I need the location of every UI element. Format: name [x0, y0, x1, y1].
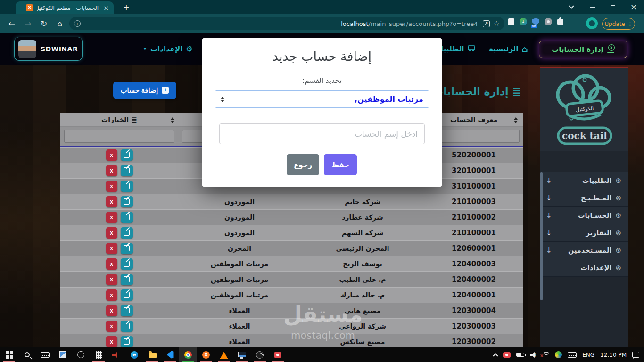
taskbar-chrome-icon[interactable] — [179, 347, 197, 362]
delete-button[interactable]: x — [106, 243, 117, 254]
account-name-cell: شركة عطارد — [301, 210, 424, 225]
browser-profile-avatar[interactable] — [586, 17, 598, 29]
pencil-icon — [124, 152, 130, 158]
back-button[interactable]: رجوع — [287, 154, 319, 175]
taskbar-explorer-icon[interactable] — [143, 347, 161, 362]
nav-item-settings[interactable]: ⚙ الإعدادات ▾ — [144, 33, 193, 65]
edit-button[interactable] — [121, 289, 133, 301]
sidebar-scrollbar[interactable] — [540, 172, 543, 300]
restore-button[interactable] — [603, 0, 623, 14]
home-icon[interactable]: ⌂ — [53, 19, 67, 28]
edit-button[interactable] — [121, 274, 133, 285]
screenshot-extension-icon[interactable] — [545, 18, 552, 25]
volume-icon[interactable] — [530, 351, 538, 359]
sidebar-item[interactable]: ⊛المسـتخدمين↓ — [540, 242, 628, 259]
back-icon[interactable]: ← — [5, 19, 19, 28]
touch-keyboard-icon[interactable] — [568, 352, 577, 358]
edit-button[interactable] — [121, 149, 133, 161]
edit-button[interactable] — [121, 336, 133, 347]
share-icon[interactable]: ↗ — [483, 20, 490, 27]
address-bar[interactable]: i localhost/main_super/accounts.php?o=tr… — [69, 17, 504, 30]
url-text[interactable]: localhost/main_super/accounts.php?o=tree… — [341, 20, 478, 27]
taskbar-vlc-icon[interactable] — [215, 347, 233, 362]
forward-icon[interactable]: → — [21, 19, 35, 28]
delete-button[interactable]: x — [106, 258, 117, 270]
extensions-puzzle-icon[interactable] — [557, 19, 563, 25]
delete-button[interactable]: x — [106, 336, 117, 347]
delete-button[interactable]: x — [106, 196, 117, 207]
wifi-icon[interactable]: × — [542, 352, 549, 358]
edit-button[interactable] — [121, 165, 133, 176]
edit-button[interactable] — [121, 305, 133, 316]
taskbar-volume-icon[interactable] — [107, 347, 125, 362]
column-header-options[interactable]: ≣ الخيارات — [60, 113, 178, 126]
taskbar-xampp-icon[interactable]: X — [197, 347, 215, 362]
battery-icon[interactable] — [516, 353, 524, 357]
taskbar-monitor-icon[interactable] — [233, 347, 251, 362]
taskbar-obs-icon[interactable] — [251, 347, 269, 362]
idm-tray-icon[interactable] — [555, 351, 562, 358]
tab-close-icon[interactable]: × — [102, 4, 110, 12]
bookmark-star-icon[interactable]: ☆ — [494, 19, 500, 28]
delete-button[interactable]: x — [106, 321, 117, 332]
tab-search-icon[interactable] — [561, 0, 582, 14]
taskbar-clock-icon[interactable] — [72, 347, 90, 362]
mostaql-watermark: مستقل mostaql.com — [264, 302, 382, 341]
delete-button[interactable]: x — [106, 227, 117, 239]
taskbar-vscode-icon[interactable] — [161, 347, 179, 362]
pencil-icon — [124, 292, 130, 298]
edit-button[interactable] — [121, 181, 133, 192]
sidebar-item[interactable]: ⊛الحسـابات↓ — [540, 207, 628, 224]
account-name-input[interactable] — [219, 123, 425, 144]
minimize-button[interactable] — [582, 0, 603, 14]
taskbar-camera-icon[interactable] — [269, 347, 287, 362]
edit-button[interactable] — [121, 227, 133, 239]
category-cell: مرتبات الموظفين — [178, 272, 301, 287]
nav-item-accounts-active[interactable]: إدارة الحسابات — [539, 41, 627, 58]
taskbar-calculator-icon[interactable] — [90, 347, 107, 362]
section-select[interactable]: مرتبات الموظفين, — [215, 90, 429, 108]
sort-icon[interactable] — [514, 117, 518, 123]
sidebar-item[interactable]: ⊛التقارير↓ — [540, 224, 628, 242]
delete-button[interactable]: x — [106, 274, 117, 285]
delete-button[interactable]: x — [106, 149, 117, 161]
taskbar-start-icon[interactable] — [0, 347, 18, 362]
language-indicator[interactable]: ENG — [582, 352, 594, 358]
browser-tab[interactable]: X الحسابات - مطعم الكوكتيل × — [16, 1, 114, 14]
row-options-cell: x — [60, 179, 178, 194]
edit-button[interactable] — [121, 243, 133, 254]
browser-update-button[interactable]: Update⋮ — [602, 18, 635, 30]
edit-button[interactable] — [121, 212, 133, 223]
sort-icon[interactable] — [171, 117, 174, 123]
clock[interactable]: 12:10 PM — [600, 352, 627, 358]
delete-button[interactable]: x — [106, 165, 117, 176]
filter-options-input[interactable] — [64, 130, 174, 143]
edit-button[interactable] — [121, 196, 133, 207]
delete-button[interactable]: x — [106, 181, 117, 192]
reload-icon[interactable]: ↻ — [37, 19, 51, 28]
edit-button[interactable] — [121, 258, 133, 270]
taskbar-photos-icon[interactable] — [54, 347, 72, 362]
action-center-icon[interactable] — [632, 352, 639, 358]
taskbar-keyboard-icon[interactable] — [36, 347, 54, 362]
edit-button[interactable] — [121, 321, 133, 332]
delete-button[interactable]: x — [106, 305, 117, 316]
close-button[interactable]: × — [623, 0, 644, 14]
user-menu[interactable]: SDWINAR — [14, 37, 83, 61]
save-button[interactable]: حفظ — [324, 154, 357, 175]
sidebar-item[interactable]: ⊛الطلبيات↓ — [540, 172, 628, 189]
delete-button[interactable]: x — [106, 289, 117, 301]
sidebar-item[interactable]: ⊛المـطـبـخ↓ — [540, 189, 628, 207]
idm-extension-icon[interactable]: ↓ — [520, 18, 527, 25]
taskbar-search-icon[interactable] — [18, 347, 36, 362]
nav-item-home[interactable]: ⌂ الرئيسية — [489, 33, 528, 65]
site-info-icon[interactable]: i — [74, 20, 81, 27]
notes-extension-icon[interactable] — [508, 18, 514, 25]
new-tab-button[interactable]: + — [121, 3, 132, 12]
tray-expand-icon[interactable] — [493, 353, 498, 358]
tray-recorder-icon[interactable] — [503, 352, 511, 358]
taskbar-edge-icon[interactable]: e — [125, 347, 143, 362]
delete-button[interactable]: x — [106, 212, 117, 223]
add-account-button[interactable]: + إضافة حساب — [113, 82, 176, 99]
sidebar-item[interactable]: ⊛الإعدادات — [540, 259, 628, 277]
